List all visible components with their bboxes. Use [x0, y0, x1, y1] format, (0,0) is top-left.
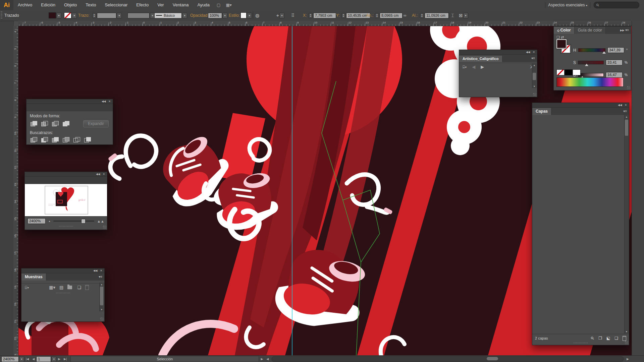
- collapse-panel-icon[interactable]: ◀◀: [93, 269, 97, 272]
- prev-brush-icon[interactable]: ◀: [472, 64, 475, 69]
- panel-resize-grip[interactable]: [533, 93, 536, 96]
- scroll-left-button[interactable]: ◀: [265, 357, 270, 361]
- menu-item-ver[interactable]: Ver: [153, 0, 168, 10]
- controlbar-grip[interactable]: [1, 11, 2, 19]
- arrange-documents-icon[interactable]: ▦▾: [223, 3, 234, 7]
- tab-color[interactable]: ◇ Color: [554, 27, 575, 34]
- style-swatch[interactable]: [240, 12, 247, 18]
- menu-item-edicion[interactable]: Edición: [37, 0, 60, 10]
- x-field[interactable]: 7,7903 cm: [313, 13, 336, 18]
- swatch-options-icon[interactable]: ▤: [59, 285, 63, 290]
- artboard-number-field[interactable]: 1: [36, 356, 51, 362]
- navigator-zoom-slider[interactable]: [53, 221, 94, 222]
- status-expand-button[interactable]: ▶: [259, 357, 265, 361]
- saturation-field[interactable]: 33,41: [606, 60, 623, 65]
- panel-menu-icon[interactable]: ▾≡: [531, 56, 535, 60]
- delete-layer-icon[interactable]: [623, 336, 626, 341]
- isolate-selection-icon[interactable]: ⌖: [276, 13, 279, 18]
- style-label[interactable]: Estilo:: [229, 13, 240, 18]
- artboard-dropdown[interactable]: ▾: [51, 356, 56, 362]
- make-clipping-mask-icon[interactable]: ❐: [598, 336, 602, 341]
- black-swatch[interactable]: [565, 69, 573, 75]
- app-logo[interactable]: Ai: [0, 0, 13, 10]
- panel-resize-grip[interactable]: [625, 341, 628, 344]
- tab-brushes[interactable]: Artístico_Caligráfico: [459, 56, 502, 62]
- recolor-artwork-icon[interactable]: ◍: [255, 13, 259, 18]
- close-panel-icon[interactable]: ✕: [625, 104, 627, 107]
- shape-mode-intersect-icon[interactable]: [52, 121, 59, 127]
- pathfinder-divide-icon[interactable]: [31, 137, 37, 143]
- pathfinder-trim-icon[interactable]: [41, 137, 48, 143]
- height-stepper[interactable]: ▲▼: [420, 13, 424, 18]
- menu-item-ventana[interactable]: Ventana: [168, 0, 193, 10]
- shape-mode-unite-icon[interactable]: [31, 121, 37, 127]
- tab-swatches[interactable]: Muestras: [21, 274, 46, 281]
- brushes-scrollbar[interactable]: ▲▼: [532, 63, 537, 88]
- opacity-label[interactable]: Opacidad:: [190, 13, 209, 18]
- saturation-slider[interactable]: [578, 61, 604, 64]
- brightness-field[interactable]: 16,47: [606, 72, 623, 78]
- vertical-ruler[interactable]: 4567891011121314151617181920212223: [13, 26, 18, 355]
- tab-color-guide[interactable]: Guía de color: [575, 27, 606, 34]
- last-artboard-button[interactable]: ▶|: [62, 357, 68, 361]
- panel-resize-grip[interactable]: [627, 86, 630, 89]
- new-sublayer-icon[interactable]: ⬕: [606, 336, 610, 341]
- new-color-group-icon[interactable]: [67, 286, 72, 289]
- collapse-panel-icon[interactable]: ◀◀: [96, 173, 100, 176]
- y-stepper[interactable]: ▲▼: [341, 13, 345, 18]
- menu-item-archivo[interactable]: Archivo: [13, 0, 37, 10]
- close-panel-icon[interactable]: ✕: [533, 51, 535, 54]
- stroke-dropdown-button[interactable]: ▾: [72, 13, 77, 18]
- opacity-dropdown[interactable]: ▾: [222, 13, 227, 18]
- zoom-level-field[interactable]: 2400%: [1, 356, 19, 362]
- transform-dropdown[interactable]: ▾: [463, 13, 468, 18]
- stroke-weight-stepper[interactable]: ▲▼: [92, 13, 96, 18]
- collapse-panel-icon[interactable]: ◀◀: [618, 104, 622, 107]
- tab-layers[interactable]: Capas: [532, 108, 551, 115]
- collapse-panel-icon[interactable]: ◀◀: [526, 51, 530, 54]
- expand-button[interactable]: Expandir: [83, 120, 109, 127]
- pathfinder-merge-icon[interactable]: [52, 137, 59, 143]
- panel-resize-grip[interactable]: [100, 317, 104, 321]
- panel-menu-icon[interactable]: ▶▶ ▾≡: [620, 28, 629, 32]
- stroke-color-swatch[interactable]: [64, 12, 71, 18]
- x-stepper[interactable]: ▲▼: [309, 13, 313, 18]
- align-options-icon[interactable]: ⠿: [291, 13, 294, 18]
- width-stepper[interactable]: ▲▼: [375, 13, 379, 18]
- white-swatch[interactable]: [573, 69, 581, 75]
- collapse-panel-icon[interactable]: ◀◀: [102, 100, 106, 103]
- panel-menu-icon[interactable]: ▾≡: [99, 275, 102, 279]
- locate-object-icon[interactable]: ⚲: [590, 336, 595, 341]
- shape-mode-exclude-icon[interactable]: [63, 121, 69, 127]
- menu-item-objeto[interactable]: Objeto: [60, 0, 81, 10]
- swatch-kinds-icon[interactable]: ▦▾: [49, 285, 55, 290]
- pathfinder-crop-icon[interactable]: [63, 137, 69, 143]
- hue-field[interactable]: 347,39: [607, 47, 624, 53]
- opacity-field[interactable]: 100%: [208, 13, 222, 18]
- new-swatch-icon[interactable]: ❏: [77, 285, 81, 290]
- navigator-zoom-field[interactable]: 2400%: [28, 218, 46, 224]
- brightness-slider[interactable]: [578, 73, 604, 77]
- brush-definition-field[interactable]: Básico: [154, 13, 182, 18]
- width-field[interactable]: 8,0965 cm: [380, 13, 402, 18]
- none-swatch[interactable]: [556, 69, 565, 75]
- panel-resize-grip[interactable]: [103, 226, 106, 229]
- menu-item-seleccionar[interactable]: Seleccionar: [100, 0, 132, 10]
- first-artboard-button[interactable]: |◀: [24, 357, 31, 361]
- zoom-out-icon[interactable]: ▲: [48, 220, 51, 222]
- close-panel-icon[interactable]: ✕: [100, 269, 102, 272]
- scale-strokes-icon[interactable]: ⌶: [451, 13, 454, 18]
- next-artboard-button[interactable]: ▶: [56, 357, 62, 361]
- delete-swatch-icon[interactable]: [85, 285, 89, 290]
- new-layer-icon[interactable]: ❏: [614, 336, 618, 341]
- menu-item-efecto[interactable]: Efecto: [132, 0, 153, 10]
- shape-mode-minus-front-icon[interactable]: [41, 121, 48, 127]
- layers-scrollbar[interactable]: ▲▼: [624, 115, 629, 334]
- next-brush-icon[interactable]: ▶: [481, 64, 484, 69]
- isolate-dropdown[interactable]: ▾: [279, 13, 284, 18]
- bridge-icon[interactable]: ▢: [214, 3, 223, 7]
- fill-dropdown-button[interactable]: ▾: [56, 13, 61, 18]
- swatch-libraries-icon[interactable]: ⌸▾: [25, 285, 29, 290]
- stroke-weight-dropdown[interactable]: ▾: [117, 13, 122, 18]
- brush-libraries-icon[interactable]: ⌸▾: [463, 65, 467, 69]
